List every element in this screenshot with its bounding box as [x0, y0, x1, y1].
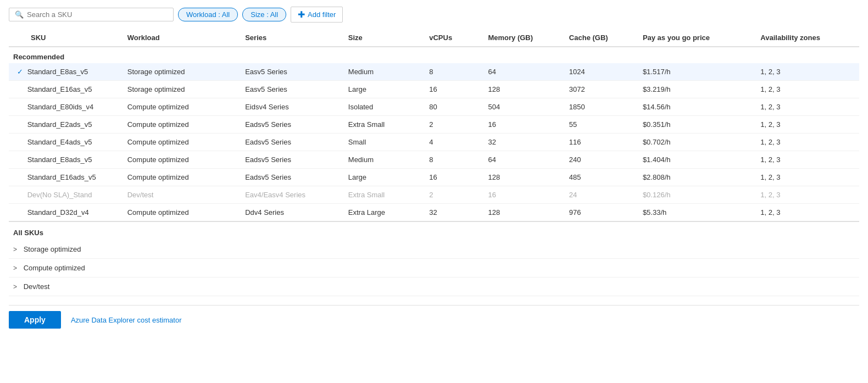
sku-name: Standard_E80ids_v4 [27, 103, 94, 111]
recommended-section-header: Recommended [9, 47, 859, 63]
sku-group-label: Dev/test [24, 282, 50, 291]
az-cell: 1, 2, 3 [756, 134, 859, 151]
expand-icon: > [13, 246, 17, 253]
vcpus-cell: 8 [425, 151, 483, 169]
workload-cell: Compute optimized [123, 204, 241, 222]
size-filter-button[interactable]: Size : All [242, 8, 286, 21]
col-header-vcpus: vCPUs [425, 30, 483, 47]
search-box[interactable]: 🔍 [9, 8, 174, 21]
size-cell: Isolated [344, 98, 425, 116]
sku-group-row[interactable]: > Storage optimized [9, 240, 859, 259]
cache-cell: 55 [565, 116, 638, 134]
table-row[interactable]: Standard_E2ads_v5 Compute optimized Eads… [9, 116, 859, 134]
main-container: 🔍 Workload : All Size : All ✚ Add filter… [0, 0, 868, 337]
vcpus-cell: 2 [425, 116, 483, 134]
table-row[interactable]: Standard_E16ads_v5 Compute optimized Ead… [9, 169, 859, 186]
az-cell: 1, 2, 3 [756, 186, 859, 204]
sku-cell: Standard_E2ads_v5 [9, 116, 123, 134]
vcpus-cell: 16 [425, 81, 483, 98]
cache-cell: 1850 [565, 98, 638, 116]
size-cell: Large [344, 81, 425, 98]
sku-cell: ✓ Standard_E8as_v5 [9, 63, 123, 81]
table-row[interactable]: Standard_E80ids_v4 Compute optimized Eid… [9, 98, 859, 116]
az-cell: 1, 2, 3 [756, 169, 859, 186]
sku-table: SKU Workload Series Size vCPUs Memory (G… [9, 30, 859, 296]
vcpus-cell: 2 [425, 186, 483, 204]
memory-cell: 16 [483, 186, 564, 204]
series-cell: Eav4/Easv4 Series [241, 186, 344, 204]
sku-cell: Standard_E4ads_v5 [9, 134, 123, 151]
az-cell: 1, 2, 3 [756, 63, 859, 81]
price-cell: $1.404/h [638, 151, 756, 169]
cache-cell: 976 [565, 204, 638, 222]
price-cell: $0.351/h [638, 116, 756, 134]
sku-group-row[interactable]: > Compute optimized [9, 259, 859, 277]
price-cell: $3.219/h [638, 81, 756, 98]
expand-icon: > [13, 264, 17, 272]
add-filter-icon: ✚ [298, 9, 305, 20]
workload-cell: Dev/test [123, 186, 241, 204]
memory-cell: 128 [483, 204, 564, 222]
sku-cell: Standard_E80ids_v4 [9, 98, 123, 116]
price-cell: $0.126/h [638, 186, 756, 204]
expand-icon: > [13, 283, 17, 291]
sku-cell: Dev(No SLA)_Stand [9, 186, 123, 204]
sku-group-row[interactable]: > Dev/test [9, 277, 859, 296]
size-cell: Extra Large [344, 204, 425, 222]
sku-name: Dev(No SLA)_Stand [27, 191, 92, 199]
price-cell: $0.702/h [638, 134, 756, 151]
vcpus-cell: 16 [425, 169, 483, 186]
size-cell: Medium [344, 151, 425, 169]
series-cell: Eadsv5 Series [241, 116, 344, 134]
cache-cell: 485 [565, 169, 638, 186]
vcpus-cell: 80 [425, 98, 483, 116]
cache-cell: 1024 [565, 63, 638, 81]
workload-filter-button[interactable]: Workload : All [178, 8, 238, 21]
sku-group-label: Compute optimized [24, 264, 85, 272]
cache-cell: 240 [565, 151, 638, 169]
workload-cell: Compute optimized [123, 169, 241, 186]
col-header-price: Pay as you go price [638, 30, 756, 47]
vcpus-cell: 32 [425, 204, 483, 222]
sku-name: Standard_E16ads_v5 [27, 173, 96, 181]
table-row[interactable]: Standard_E4ads_v5 Compute optimized Eads… [9, 134, 859, 151]
sku-cell: Standard_E16as_v5 [9, 81, 123, 98]
table-row[interactable]: Standard_E8ads_v5 Compute optimized Eads… [9, 151, 859, 169]
sku-name: Standard_E8as_v5 [27, 68, 88, 76]
footer: Apply Azure Data Explorer cost estimator [9, 305, 859, 329]
memory-cell: 128 [483, 169, 564, 186]
az-cell: 1, 2, 3 [756, 151, 859, 169]
workload-cell: Compute optimized [123, 98, 241, 116]
sku-cell: Standard_E8ads_v5 [9, 151, 123, 169]
estimator-link[interactable]: Azure Data Explorer cost estimator [71, 316, 182, 324]
apply-button[interactable]: Apply [9, 311, 61, 329]
series-cell: Eadsv5 Series [241, 169, 344, 186]
series-cell: Easv5 Series [241, 63, 344, 81]
size-cell: Extra Small [344, 116, 425, 134]
col-header-size: Size [344, 30, 425, 47]
table-header-row: SKU Workload Series Size vCPUs Memory (G… [9, 30, 859, 47]
search-input[interactable] [27, 10, 168, 19]
cache-cell: 3072 [565, 81, 638, 98]
az-cell: 1, 2, 3 [756, 116, 859, 134]
size-cell: Large [344, 169, 425, 186]
col-header-memory: Memory (GB) [483, 30, 564, 47]
table-row[interactable]: ✓ Standard_E8as_v5 Storage optimized Eas… [9, 63, 859, 81]
table-row[interactable]: Dev(No SLA)_Stand Dev/test Eav4/Easv4 Se… [9, 186, 859, 204]
table-row[interactable]: Standard_E16as_v5 Storage optimized Easv… [9, 81, 859, 98]
workload-cell: Compute optimized [123, 134, 241, 151]
col-header-workload: Workload [123, 30, 241, 47]
price-cell: $1.517/h [638, 63, 756, 81]
workload-cell: Storage optimized [123, 81, 241, 98]
col-header-series: Series [241, 30, 344, 47]
size-cell: Extra Small [344, 186, 425, 204]
price-cell: $14.56/h [638, 98, 756, 116]
add-filter-button[interactable]: ✚ Add filter [291, 7, 343, 23]
price-cell: $5.33/h [638, 204, 756, 222]
series-cell: Eidsv4 Series [241, 98, 344, 116]
memory-cell: 32 [483, 134, 564, 151]
col-header-cache: Cache (GB) [565, 30, 638, 47]
vcpus-cell: 4 [425, 134, 483, 151]
sku-cell: Standard_E16ads_v5 [9, 169, 123, 186]
table-row[interactable]: Standard_D32d_v4 Compute optimized Ddv4 … [9, 204, 859, 222]
